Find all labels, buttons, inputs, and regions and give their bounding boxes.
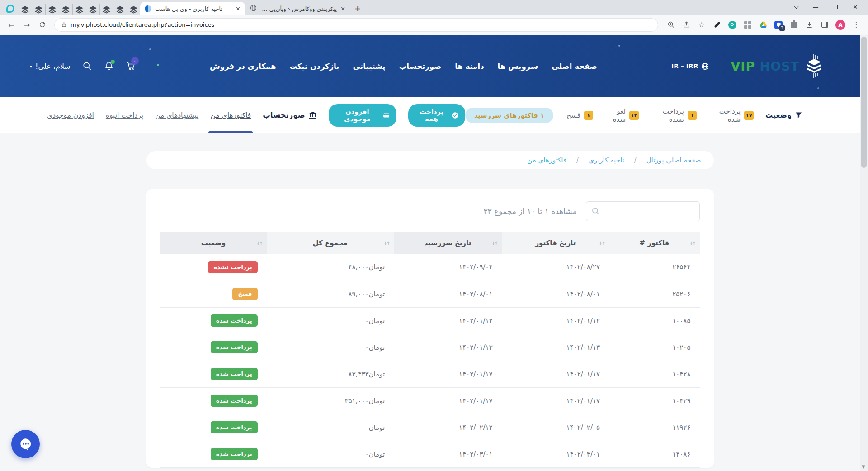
browser-menu-icon[interactable]: ⋮: [852, 20, 861, 29]
col-invoice-date[interactable]: تاریخ فاکتور↑↓: [502, 232, 609, 254]
reload-button[interactable]: [35, 18, 49, 32]
refresh-extension-icon[interactable]: ⟳: [728, 20, 737, 29]
notifications-bell-icon[interactable]: [104, 61, 114, 71]
invoice-search-input[interactable]: [586, 201, 700, 221]
nav-item[interactable]: همکاری در فروش: [210, 62, 276, 71]
col-status[interactable]: وضعیت↑↓: [160, 232, 267, 254]
browser-logo-icon: [6, 5, 14, 13]
billing-tab[interactable]: افزودن موجودی: [47, 97, 94, 133]
sort-icon[interactable]: ↑↓: [383, 241, 389, 246]
pinned-tab[interactable]: [113, 4, 127, 15]
status-cell: پرداخت نشده: [160, 254, 267, 281]
downloads-icon[interactable]: [805, 20, 814, 29]
status-badge: پرداخت شده: [211, 395, 258, 407]
total-cell: ۰تومان: [267, 414, 394, 441]
breadcrumb-item[interactable]: فاکتورهای من: [527, 156, 589, 164]
maximize-button[interactable]: [826, 0, 845, 14]
viphost-logo[interactable]: VIP HOST: [731, 54, 825, 78]
pinned-tab[interactable]: [127, 4, 140, 15]
back-button[interactable]: ←: [5, 18, 18, 32]
sidebar-icon[interactable]: [820, 20, 829, 29]
add-funds-button[interactable]: افزودن موجودی: [329, 104, 397, 127]
pinned-tab[interactable]: [72, 4, 86, 15]
scrollbar-thumb[interactable]: [861, 37, 867, 168]
live-chat-button[interactable]: [11, 430, 40, 458]
bookmark-star-icon[interactable]: ☆: [697, 20, 706, 29]
extensions-puzzle-icon[interactable]: [789, 20, 798, 29]
cluster-extension-icon[interactable]: [743, 20, 752, 29]
status-filter[interactable]: ۱۴ لغو شده: [605, 107, 639, 124]
tab-search-chevron-icon[interactable]: [786, 0, 806, 14]
close-window-button[interactable]: ✕: [845, 0, 865, 14]
total-cell: ۴۸,۰۰۰تومان: [267, 254, 394, 281]
invoice-row[interactable]: ۲۵۲۰۶ ۱۴۰۲/۰۸/۰۱ ۱۴۰۲/۰۸/۰۱ ۸۹,۰۰۰تومان …: [160, 281, 700, 307]
status-filter[interactable]: ۱۷ پرداخت شده: [708, 107, 754, 124]
billing-tab[interactable]: فاکتورهای من: [210, 97, 251, 133]
invoice-row[interactable]: ۱۱۹۲۶ ۱۴۰۲/۰۲/۰۵ ۱۴۰۲/۰۲/۱۲ ۰تومان پرداخ…: [160, 414, 700, 441]
new-tab-button[interactable]: +: [352, 3, 363, 14]
nav-item[interactable]: دامنه ها: [455, 62, 484, 71]
nav-item[interactable]: بازکردن تیکت: [289, 62, 339, 71]
minimize-button[interactable]: —: [806, 0, 826, 14]
col-due-date[interactable]: تاریخ سررسید↑↓: [394, 232, 502, 254]
scrollbar-down-arrow[interactable]: ▼: [862, 464, 865, 469]
pinned-tab[interactable]: [18, 4, 32, 15]
pay-all-button[interactable]: پرداخت همه: [408, 104, 465, 127]
address-bar[interactable]: my.viphost.cloud/clientarea.php?action=i…: [54, 18, 658, 32]
zoom-icon[interactable]: [666, 20, 675, 29]
sort-icon[interactable]: ↑↓: [689, 241, 695, 246]
search-icon[interactable]: [82, 61, 92, 71]
status-filter-head[interactable]: وضعیت: [765, 111, 802, 119]
nav-item[interactable]: سرویس ها: [498, 62, 538, 71]
nav-item[interactable]: صفحه اصلی: [552, 62, 597, 71]
due-invoices-pill[interactable]: ۱ فاکتورهای سررسید: [465, 108, 553, 123]
invoices-table: فاکتور #↑↓ تاریخ فاکتور↑↓ تاریخ سررسید↑↓…: [160, 232, 700, 468]
tab-woocommerce[interactable]: پیکربندی ووکامرس ‹ ویآی‌پی هاس ✕: [245, 2, 350, 15]
pinned-tab[interactable]: [59, 4, 72, 15]
invoice-row[interactable]: ۱۰۴۲۹ ۱۴۰۲/۰۱/۱۷ ۱۴۰۲/۰۱/۱۷ ۳۵۱,۰۰۰تومان…: [160, 387, 700, 414]
sort-icon[interactable]: ↑↓: [599, 241, 604, 246]
nav-item[interactable]: پشتیبانی: [353, 62, 385, 71]
page-scrollbar[interactable]: ▼: [860, 35, 868, 471]
bitwarden-extension-icon[interactable]: 3: [774, 20, 783, 29]
table-header-row: فاکتور #↑↓ تاریخ فاکتور↑↓ تاریخ سررسید↑↓…: [160, 232, 700, 254]
col-invoice-number[interactable]: فاکتور #↑↓: [609, 232, 699, 254]
due-date-cell: ۱۴۰۲/۰۹/۰۴: [394, 254, 502, 281]
share-icon[interactable]: [682, 20, 691, 29]
tab-close-icon[interactable]: ✕: [236, 5, 241, 12]
invoice-row[interactable]: ۱۴۰۸۶ ۱۴۰۲/۰۳/۰۱ ۱۴۰۲/۰۳/۰۱ ۰تومان پرداخ…: [160, 441, 700, 467]
breadcrumb-item[interactable]: صفحه اصلی پورتال: [646, 156, 701, 164]
col-total[interactable]: مجموع کل↑↓: [267, 232, 394, 254]
eyedropper-extension-icon[interactable]: [712, 20, 722, 29]
forward-button[interactable]: →: [20, 18, 33, 32]
tab-client-area[interactable]: ناحیه کاربری - وی پی هاست ✕: [140, 2, 245, 15]
pinned-tab[interactable]: [99, 4, 113, 15]
user-greeting[interactable]: سلام، علی! ▾: [30, 62, 71, 71]
drive-extension-icon[interactable]: [759, 20, 768, 29]
breadcrumb-item[interactable]: ناحیه کاربری: [589, 156, 646, 164]
status-filter[interactable]: ۱ پرداخت نشده: [651, 107, 697, 124]
invoice-date-cell: ۱۴۰۲/۰۳/۰۱: [502, 441, 609, 467]
invoice-filter-bar: وضعیت ۱۷ پرداخت شده ۱ پرداخت نشده: [0, 97, 860, 133]
billing-tab[interactable]: پرداخت انبوه: [106, 97, 143, 133]
invoice-row[interactable]: ۲۶۵۶۴ ۱۴۰۲/۰۸/۲۷ ۱۴۰۲/۰۹/۰۴ ۴۸,۰۰۰تومان …: [160, 254, 700, 281]
pinned-tab[interactable]: [32, 4, 45, 15]
profile-avatar[interactable]: A: [835, 20, 845, 30]
total-cell: ۸۳,۳۳۳تومان: [267, 361, 394, 387]
tab-close-icon[interactable]: ✕: [340, 5, 345, 12]
invoice-row[interactable]: ۱۰۴۲۸ ۱۴۰۲/۰۱/۱۷ ۱۴۰۲/۰۱/۱۷ ۸۳,۳۳۳تومان …: [160, 361, 700, 387]
cart-icon[interactable]: ۰: [126, 61, 136, 71]
invoice-row[interactable]: ۱۰۲۰۵ ۱۴۰۲/۰۱/۱۳ ۱۴۰۲/۰۱/۱۳ ۰تومان پرداخ…: [160, 334, 700, 361]
pinned-tab[interactable]: [86, 4, 99, 15]
language-currency-selector[interactable]: IR – IRR: [671, 62, 709, 70]
decor-dot: [618, 45, 620, 47]
sort-icon[interactable]: ↑↓: [491, 241, 497, 246]
billing-tab[interactable]: پیشنهادهای من: [155, 97, 198, 133]
invoice-number-cell: ۱۱۹۲۶: [609, 414, 699, 441]
status-filter[interactable]: ۱ فسخ: [567, 111, 593, 120]
invoice-row[interactable]: ۱۰۰۸۵ ۱۴۰۲/۰۱/۱۲ ۱۴۰۲/۰۱/۱۲ ۰تومان پرداخ…: [160, 307, 700, 334]
status-badge: پرداخت شده: [211, 448, 258, 460]
pinned-tab[interactable]: [45, 4, 59, 15]
nav-item[interactable]: صورتحساب: [399, 62, 441, 71]
sort-icon[interactable]: ↑↓: [256, 241, 262, 246]
